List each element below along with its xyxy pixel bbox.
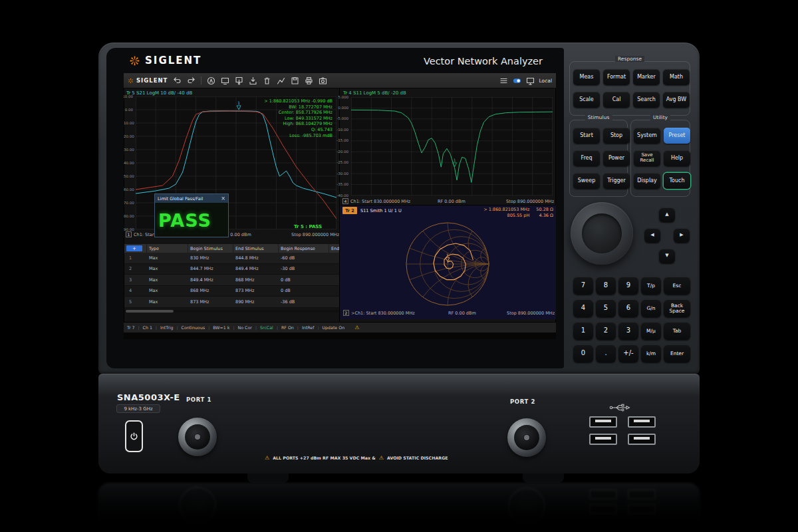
- arrow-left-button[interactable]: ◀: [644, 228, 660, 243]
- table-scrollbar[interactable]: [124, 310, 339, 313]
- limit-cell[interactable]: Max: [147, 286, 188, 297]
- row-number[interactable]: 3: [124, 275, 147, 286]
- key-6[interactable]: 6: [618, 299, 638, 317]
- key-5[interactable]: 5: [596, 299, 616, 317]
- key-0[interactable]: 0: [573, 344, 593, 362]
- key-m[interactable]: M/µ: [641, 322, 661, 340]
- key-dot[interactable]: .: [596, 344, 616, 362]
- panel-button-power[interactable]: Power: [603, 150, 630, 166]
- panel-button-search[interactable]: Search: [633, 92, 660, 108]
- limit-cell[interactable]: 873 MHz: [233, 286, 279, 297]
- limit-cell[interactable]: [329, 286, 339, 297]
- limit-cell[interactable]: 873 MHz: [188, 297, 233, 308]
- panel-button-avg-bw[interactable]: Avg BW: [663, 92, 690, 108]
- panel-button-math[interactable]: Math: [663, 69, 690, 85]
- s11-plot[interactable]: 1: [351, 97, 553, 196]
- panel-button-freq[interactable]: Freq: [573, 150, 600, 166]
- panel-button-scale[interactable]: Scale: [573, 92, 600, 108]
- power-toggle-icon[interactable]: [513, 76, 521, 85]
- smith-plot[interactable]: 1: [404, 220, 491, 308]
- panel-button-touch[interactable]: Touch: [664, 173, 690, 189]
- limit-cell[interactable]: [329, 264, 339, 275]
- panel-button-display[interactable]: Display: [634, 173, 660, 189]
- file-save-icon[interactable]: [291, 76, 299, 85]
- key-k-m[interactable]: k/m: [641, 344, 661, 362]
- limit-cell[interactable]: 849.4 MHz: [188, 275, 233, 286]
- key-1[interactable]: 1: [573, 322, 593, 340]
- limit-cell[interactable]: [329, 275, 339, 286]
- rotary-knob[interactable]: [571, 202, 633, 265]
- panel-button-marker[interactable]: Marker: [633, 69, 660, 85]
- cal-kit-icon[interactable]: [207, 76, 215, 85]
- limit-cell[interactable]: 844.8 MHz: [233, 253, 279, 264]
- limit-cell[interactable]: Max: [147, 264, 188, 275]
- limit-cell[interactable]: 0 dB: [279, 275, 329, 286]
- display-setup-icon[interactable]: [221, 76, 229, 85]
- row-number[interactable]: 4: [124, 286, 147, 297]
- key-t-p[interactable]: T/p: [641, 277, 661, 295]
- touch-icon[interactable]: [235, 76, 243, 85]
- delete-icon[interactable]: [263, 76, 271, 85]
- row-number[interactable]: 1: [124, 253, 147, 264]
- key-7[interactable]: 7: [573, 277, 593, 295]
- key-back-space[interactable]: Back Space: [664, 299, 690, 317]
- limit-cell[interactable]: 868 MHz: [188, 286, 233, 297]
- menu-icon[interactable]: [499, 76, 508, 85]
- limit-cell[interactable]: 868 MHz: [233, 275, 279, 286]
- smith-trace-tab[interactable]: Tr 2: [342, 207, 357, 214]
- add-limit-button[interactable]: +: [126, 245, 142, 251]
- key-tab[interactable]: Tab: [664, 322, 690, 340]
- limit-cell[interactable]: 830 MHz: [188, 253, 233, 264]
- key-8[interactable]: 8: [596, 277, 616, 295]
- panel-button-meas[interactable]: Meas: [573, 69, 600, 85]
- dialog-titlebar[interactable]: Limit Global Pass/Fail ×: [155, 194, 228, 203]
- key-9[interactable]: 9: [618, 277, 638, 295]
- panel-button-cal[interactable]: Cal: [603, 92, 630, 108]
- arrow-up-button[interactable]: ▲: [659, 207, 675, 222]
- s21-trace-title[interactable]: Tr 5 S21 LogM 10 dB/ -40 dB: [126, 90, 192, 96]
- limit-cell[interactable]: -30 dB: [279, 264, 329, 275]
- row-number[interactable]: 5: [124, 297, 147, 308]
- arrow-right-button[interactable]: ▶: [674, 228, 690, 243]
- limit-cell[interactable]: Max: [147, 297, 188, 308]
- close-icon[interactable]: ×: [221, 196, 225, 201]
- panel-button-sweep[interactable]: Sweep: [573, 173, 600, 189]
- panel-button-save-recall[interactable]: Save Recall: [634, 150, 660, 166]
- external-display-icon[interactable]: [526, 76, 535, 85]
- panel-button-help[interactable]: Help: [664, 150, 690, 166]
- s11-trace-title[interactable]: Tr 4 S11 LogM 5 dB/ -20 dB: [343, 90, 406, 96]
- key-plusminus[interactable]: +/-: [618, 344, 638, 362]
- key-enter[interactable]: Enter: [664, 344, 690, 362]
- limit-cell[interactable]: Max: [147, 275, 188, 286]
- power-button[interactable]: [125, 420, 143, 452]
- trace-icon[interactable]: [277, 76, 285, 85]
- arrow-down-button[interactable]: ▼: [659, 249, 675, 263]
- limit-cell[interactable]: 890 MHz: [233, 297, 279, 308]
- scrollbar-handle[interactable]: [126, 310, 174, 313]
- panel-button-system[interactable]: System: [634, 128, 660, 144]
- panel-button-trigger[interactable]: Trigger: [603, 173, 630, 189]
- undo-icon[interactable]: [173, 76, 182, 85]
- key-g-n[interactable]: G/n: [641, 299, 661, 317]
- limit-cell[interactable]: -36 dB: [279, 297, 329, 308]
- row-number[interactable]: 2: [124, 264, 147, 275]
- limit-cell[interactable]: 849.4 MHz: [233, 264, 279, 275]
- panel-button-stop[interactable]: Stop: [603, 128, 630, 144]
- limit-cell[interactable]: [329, 253, 339, 264]
- smith-trace-title[interactable]: S11 Smith 1 U/ 1 U: [360, 208, 402, 213]
- panel-button-format[interactable]: Format: [603, 69, 630, 85]
- print-icon[interactable]: [305, 76, 313, 85]
- save-user-icon[interactable]: [249, 76, 257, 85]
- limit-cell[interactable]: [329, 297, 339, 308]
- limit-cell[interactable]: -60 dB: [279, 253, 329, 264]
- panel-button-start[interactable]: Start: [573, 128, 600, 144]
- limit-cell[interactable]: 844.7 MHz: [188, 264, 233, 275]
- key-3[interactable]: 3: [618, 322, 638, 340]
- limit-cell[interactable]: 0 dB: [279, 286, 329, 297]
- redo-icon[interactable]: [187, 76, 196, 85]
- key-4[interactable]: 4: [573, 299, 593, 317]
- screenshot-icon[interactable]: [319, 76, 327, 85]
- key-2[interactable]: 2: [596, 322, 616, 340]
- limit-cell[interactable]: Max: [147, 253, 188, 264]
- panel-button-preset[interactable]: Preset: [664, 128, 690, 144]
